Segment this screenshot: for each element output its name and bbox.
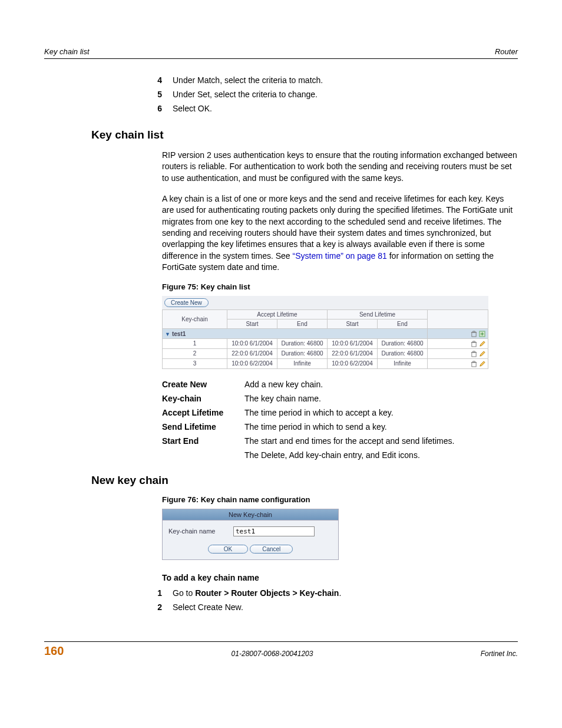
def-desc: The Delete, Add key-chain entry, and Edi…	[244, 450, 518, 460]
ok-button[interactable]: OK	[208, 545, 248, 554]
keychain-name-label: Key-chain name	[168, 528, 233, 535]
step-num: 4	[144, 75, 173, 85]
step-text: Go to Router > Router Objects > Key-chai…	[173, 588, 341, 598]
keychain-name-input[interactable]	[233, 526, 315, 536]
step-text: Under Match, select the criteria to matc…	[173, 75, 323, 85]
chevron-down-icon[interactable]: ▼	[165, 331, 172, 337]
header-right: Router	[495, 47, 518, 56]
top-steps: 4Under Match, select the criteria to mat…	[144, 75, 518, 113]
cell: Duration: 46800	[378, 338, 428, 348]
def-term: Send Lifetime	[162, 422, 244, 431]
cell: Infinite	[378, 358, 428, 368]
definition-list: Create NewAdd a new key chain. Key-chain…	[162, 380, 518, 460]
def-term: Key-chain	[162, 394, 244, 403]
cell: Duration: 46800	[277, 348, 328, 358]
edit-icon[interactable]	[479, 341, 485, 347]
svg-rect-0	[472, 332, 476, 337]
col-accept-end: End	[277, 319, 328, 329]
page-number: 160	[44, 644, 64, 658]
table-row: 1 10:0:0 6/1/2004 Duration: 46800 10:0:0…	[163, 338, 488, 348]
cell: Duration: 46800	[277, 338, 328, 348]
edit-icon[interactable]	[479, 351, 485, 357]
delete-icon[interactable]	[471, 351, 477, 357]
table-row: 3 10:0:0 6/2/2004 Infinite 10:0:0 6/2/20…	[163, 358, 488, 368]
bottom-steps: 1 Go to Router > Router Objects > Key-ch…	[144, 588, 518, 612]
edit-icon[interactable]	[479, 361, 485, 367]
cell-id: 3	[163, 358, 227, 368]
svg-rect-2	[472, 342, 476, 347]
col-send-start: Start	[328, 319, 378, 329]
footer-company: Fortinet Inc.	[481, 650, 518, 658]
cell: 10:0:0 6/1/2004	[227, 338, 277, 348]
create-new-button[interactable]: Create New	[164, 298, 209, 307]
figure-75-caption: Figure 75: Key chain list	[162, 282, 518, 291]
cell: Infinite	[277, 358, 328, 368]
paragraph: RIP version 2 uses authentication keys t…	[162, 150, 518, 184]
def-desc: The start and end times for the accept a…	[244, 436, 518, 446]
svg-rect-3	[472, 352, 476, 356]
def-term: Accept Lifetime	[162, 408, 244, 417]
section-keychain-list: Key chain list	[91, 129, 518, 141]
cell: 22:0:0 6/1/2004	[227, 348, 277, 358]
col-send-end: End	[378, 319, 428, 329]
table-row: 2 22:0:0 6/1/2004 Duration: 46800 22:0:0…	[163, 348, 488, 358]
figure-76-caption: Figure 76: Key chain name configuration	[162, 495, 518, 504]
def-desc: Add a new key chain.	[244, 380, 518, 389]
keychain-table: Key-chain Accept Lifetime Send Lifetime …	[162, 309, 488, 368]
figure-75: Create New Key-chain Accept Lifetime Sen…	[162, 296, 488, 368]
cell: 10:0:0 6/2/2004	[328, 358, 378, 368]
col-actions	[428, 310, 488, 329]
cell: 10:0:0 6/2/2004	[227, 358, 277, 368]
dialog-title: New Key-chain	[162, 509, 339, 520]
def-desc: The time period in which to send a key.	[244, 422, 518, 431]
cell: Duration: 46800	[378, 348, 428, 358]
paragraph: A key chain is a list of one or more key…	[162, 193, 518, 273]
delete-icon[interactable]	[471, 361, 477, 367]
cell: 10:0:0 6/1/2004	[328, 338, 378, 348]
def-term: Start End	[162, 436, 244, 446]
group-row[interactable]: ▼test1	[163, 329, 428, 339]
step-text: Under Set, select the criteria to change…	[173, 90, 318, 99]
def-desc: The key chain name.	[244, 394, 518, 403]
def-desc: The time period in which to accept a key…	[244, 408, 518, 417]
add-icon[interactable]	[479, 331, 485, 337]
header-left: Key chain list	[44, 47, 90, 56]
step-num: 5	[144, 90, 173, 99]
step-text: Select Create New.	[173, 602, 243, 612]
col-keychain: Key-chain	[163, 310, 227, 329]
cell-id: 2	[163, 348, 227, 358]
delete-icon[interactable]	[471, 331, 477, 337]
col-accept-start: Start	[227, 319, 277, 329]
system-time-link[interactable]: “System time” on page 81	[293, 251, 387, 261]
step-text: Select OK.	[173, 104, 212, 113]
delete-icon[interactable]	[471, 341, 477, 347]
step-num: 1	[144, 588, 173, 598]
svg-rect-4	[472, 362, 476, 366]
section-new-keychain: New key chain	[91, 474, 518, 487]
cancel-button[interactable]: Cancel	[250, 545, 293, 554]
def-term	[162, 450, 244, 460]
step-num: 2	[144, 602, 173, 612]
footer-docid: 01-28007-0068-20041203	[232, 650, 313, 658]
cell-id: 1	[163, 338, 227, 348]
procedure-heading: To add a key chain name	[162, 573, 518, 582]
col-send: Send Lifetime	[328, 310, 428, 319]
step-num: 6	[144, 104, 173, 113]
def-term: Create New	[162, 380, 244, 389]
group-name: test1	[172, 331, 186, 337]
figure-76: New Key-chain Key-chain name OK Cancel	[162, 509, 339, 560]
col-accept: Accept Lifetime	[227, 310, 328, 319]
cell: 22:0:0 6/1/2004	[328, 348, 378, 358]
